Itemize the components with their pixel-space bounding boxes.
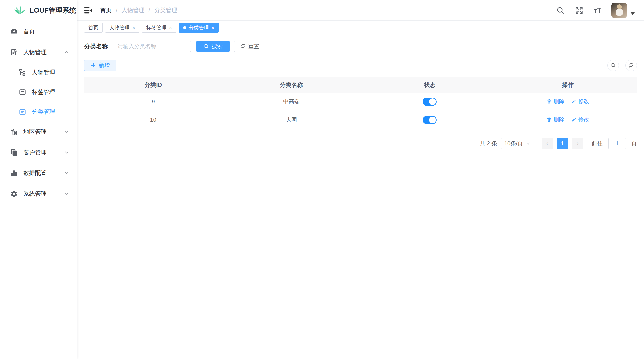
page-1-button[interactable]: 1 xyxy=(557,138,568,149)
breadcrumb-separator: / xyxy=(116,7,117,14)
add-button[interactable]: 新增 xyxy=(84,60,116,71)
search-button[interactable]: 搜索 xyxy=(196,41,230,52)
trash-icon xyxy=(546,117,552,122)
tab-label: 人物管理 xyxy=(109,24,130,31)
table-refresh-button[interactable] xyxy=(625,60,637,71)
header-search-button[interactable] xyxy=(555,5,565,15)
search-icon xyxy=(610,62,616,68)
column-header-name: 分类名称 xyxy=(222,77,360,93)
active-tab-dot xyxy=(183,26,186,29)
delete-link-label: 删除 xyxy=(553,98,564,105)
category-name-input[interactable] xyxy=(113,41,191,52)
category-table: 分类ID 分类名称 状态 操作 9 中高端 xyxy=(84,77,637,129)
table-row: 10 大圈 删除 xyxy=(84,111,637,129)
font-size-button[interactable] xyxy=(593,5,603,15)
search-icon xyxy=(556,6,565,15)
tab-close-icon[interactable]: × xyxy=(211,25,214,30)
refresh-icon xyxy=(628,62,634,68)
sidebar-subitem-person[interactable]: 人物管理 xyxy=(0,62,77,82)
page-content: 分类名称 搜索 xyxy=(77,35,644,359)
copy-files-icon xyxy=(10,149,18,156)
logo-title: LOUF管理系统 xyxy=(30,6,77,15)
gear-icon xyxy=(10,190,18,198)
prev-page-button[interactable]: ‹ xyxy=(542,138,553,149)
breadcrumb-separator: / xyxy=(148,7,150,14)
refresh-icon xyxy=(240,43,246,49)
calendar-icon xyxy=(19,108,26,116)
collapse-sidebar-icon[interactable] xyxy=(84,6,93,15)
chevron-down-icon xyxy=(526,141,531,146)
breadcrumb-item-home[interactable]: 首页 xyxy=(100,6,112,14)
sidebar-item-label: 人物管理 xyxy=(23,48,58,56)
page-size-select[interactable]: 10条/页 xyxy=(501,138,534,149)
status-toggle[interactable] xyxy=(423,116,437,124)
goto-page-input[interactable] xyxy=(608,138,626,149)
tab-label: 标签管理 xyxy=(146,24,166,31)
tab-home[interactable]: 首页 xyxy=(84,23,103,33)
tab-label: 首页 xyxy=(88,24,98,31)
pagination: 共 2 条 10条/页 ‹ 1 › 前往 页 xyxy=(84,138,637,149)
user-menu[interactable] xyxy=(611,3,635,18)
breadcrumb-item-category: 分类管理 xyxy=(154,6,177,14)
search-form: 分类名称 搜索 xyxy=(84,41,637,52)
goto-label: 前往 xyxy=(592,140,603,147)
sidebar-item-system[interactable]: 系统管理 xyxy=(0,183,77,204)
tab-close-icon[interactable]: × xyxy=(169,25,172,30)
tab-person-management[interactable]: 人物管理 × xyxy=(105,23,139,33)
edit-link-label: 修改 xyxy=(578,116,589,123)
sidebar-subitem-tag[interactable]: 标签管理 xyxy=(0,82,77,102)
next-page-button[interactable]: › xyxy=(572,138,583,149)
table-search-toggle-button[interactable] xyxy=(607,60,619,71)
bar-chart-icon xyxy=(10,169,18,177)
tab-tag-management[interactable]: 标签管理 × xyxy=(142,23,176,33)
edit-link[interactable]: 修改 xyxy=(571,116,589,123)
chevron-down-icon xyxy=(64,170,70,176)
plus-icon xyxy=(90,62,96,68)
status-toggle[interactable] xyxy=(423,98,437,106)
column-header-id: 分类ID xyxy=(84,77,222,93)
clipboard-check-icon xyxy=(10,48,18,56)
sidebar-subitem-label: 标签管理 xyxy=(32,88,55,96)
delete-link[interactable]: 删除 xyxy=(546,116,564,123)
tab-close-icon[interactable]: × xyxy=(132,25,135,30)
goto-suffix: 页 xyxy=(631,140,637,147)
navbar-actions xyxy=(555,3,635,18)
sidebar-item-customer[interactable]: 客户管理 xyxy=(0,142,77,163)
breadcrumb-item-person: 人物管理 xyxy=(121,6,144,14)
tree-icon xyxy=(19,68,26,76)
app-window: LOUF管理系统 首页 人物管理 xyxy=(0,0,644,359)
fullscreen-button[interactable] xyxy=(574,5,584,15)
edit-link[interactable]: 修改 xyxy=(571,98,589,105)
chevron-down-icon xyxy=(64,149,70,155)
sidebar-item-home[interactable]: 首页 xyxy=(0,21,77,42)
caret-down-icon xyxy=(630,12,635,15)
navbar: 首页 / 人物管理 / 分类管理 xyxy=(77,0,644,21)
breadcrumb: 首页 / 人物管理 / 分类管理 xyxy=(100,6,177,14)
add-button-label: 新增 xyxy=(99,62,110,69)
main-area: 首页 / 人物管理 / 分类管理 xyxy=(77,0,644,359)
sidebar-subitem-label: 人物管理 xyxy=(32,68,55,76)
delete-link-label: 删除 xyxy=(553,116,564,123)
reset-button[interactable]: 重置 xyxy=(234,41,265,52)
delete-link[interactable]: 删除 xyxy=(546,98,564,105)
column-header-status: 状态 xyxy=(361,77,499,93)
table-toolbar: 新增 xyxy=(84,60,637,71)
logo[interactable]: LOUF管理系统 xyxy=(0,0,77,21)
sidebar-item-data-config[interactable]: 数据配置 xyxy=(0,163,77,183)
edit-link-label: 修改 xyxy=(578,98,589,105)
sidebar-item-label: 地区管理 xyxy=(23,128,58,136)
cell-category-id: 9 xyxy=(84,93,222,111)
sidebar-item-person-management[interactable]: 人物管理 xyxy=(0,42,77,62)
font-size-icon xyxy=(593,6,602,15)
fullscreen-icon xyxy=(575,6,583,15)
pencil-icon xyxy=(571,99,577,104)
tab-label: 分类管理 xyxy=(189,24,209,31)
search-icon xyxy=(203,43,209,49)
sidebar-subitem-category[interactable]: 分类管理 xyxy=(0,102,77,121)
table-tools xyxy=(607,60,637,71)
sidebar-item-region[interactable]: 地区管理 xyxy=(0,121,77,142)
pagination-total: 共 2 条 xyxy=(480,140,497,147)
pencil-icon xyxy=(571,117,577,122)
avatar[interactable] xyxy=(611,3,627,18)
tab-category-management[interactable]: 分类管理 × xyxy=(179,23,219,33)
